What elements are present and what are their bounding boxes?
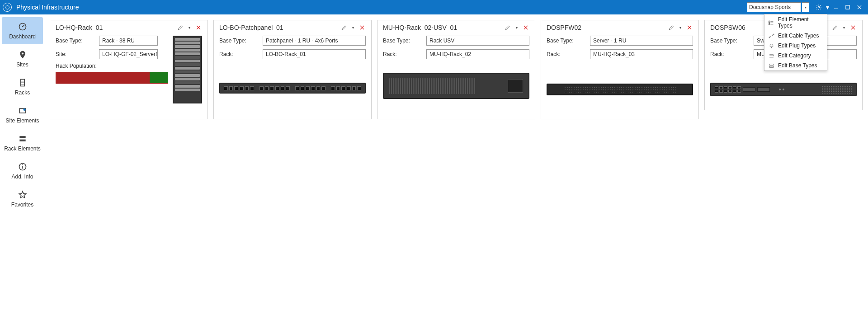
svg-point-25 — [22, 26, 23, 28]
settings-menu: Edit Element Types Edit Cable Types Edit… — [764, 14, 827, 71]
menu-edit-base-types[interactable]: Edit Base Types — [764, 61, 827, 70]
label-base-type: Base Type: — [710, 38, 751, 44]
nav-sites[interactable]: Sites — [2, 45, 43, 72]
value-site[interactable]: LO-HQ-GF-02_ServerRoom — [99, 49, 158, 59]
svg-rect-2 — [846, 5, 849, 9]
nav-label: Racks — [15, 89, 30, 96]
value-rack[interactable]: LO-BO-Rack_01 — [263, 49, 366, 59]
settings-caret-icon[interactable]: ▾ — [825, 1, 830, 13]
card-rack-lo-hq-rack-01: LO-HQ-Rack_01 ▾ Base Type: Rack - 38 RU … — [50, 20, 208, 119]
site-elements-icon — [18, 106, 28, 116]
label-rack: Rack: — [710, 51, 751, 57]
value-base-type[interactable]: Patchpanel - 1 RU - 4x6 Ports — [263, 36, 366, 46]
company-select-caret[interactable]: ▾ — [802, 2, 809, 12]
value-base-type[interactable]: Rack - 38 RU — [99, 36, 158, 46]
edit-caret-icon[interactable]: ▾ — [677, 24, 684, 31]
app-logo — [3, 3, 12, 12]
label-base-type: Base Type: — [219, 38, 260, 44]
card-patchpanel: LO-BO-Patchpanel_01 ▾ Base Type: Patchpa… — [213, 20, 372, 119]
svg-point-37 — [22, 164, 23, 165]
star-icon — [18, 190, 28, 200]
nav-racks[interactable]: Racks — [2, 73, 43, 100]
close-window-button[interactable] — [854, 1, 865, 13]
minimize-button[interactable] — [830, 1, 842, 13]
sidebar: Dashboard Sites Racks Site Elements Rack… — [0, 14, 45, 333]
delete-icon[interactable] — [359, 24, 366, 31]
menu-item-label: Edit Category — [778, 52, 811, 59]
server-thumbnail — [547, 84, 693, 95]
cable-icon — [768, 33, 774, 39]
menu-edit-plug-types[interactable]: Edit Plug Types — [764, 41, 827, 51]
edit-caret-icon[interactable]: ▾ — [840, 24, 848, 31]
svg-rect-33 — [19, 136, 25, 138]
settings-gear-icon[interactable] — [813, 1, 825, 13]
svg-rect-9 — [769, 23, 770, 24]
nav-label: Sites — [16, 61, 28, 68]
card-title: MU-HQ-Rack_02-USV_01 — [383, 24, 504, 31]
switch-thumbnail — [710, 83, 857, 96]
nav-label: Rack Elements — [4, 145, 41, 152]
delete-icon[interactable] — [195, 24, 202, 31]
edit-caret-icon[interactable]: ▾ — [186, 24, 193, 31]
label-rack: Rack: — [219, 51, 260, 57]
delete-icon[interactable] — [686, 24, 693, 31]
svg-rect-13 — [770, 45, 773, 47]
value-base-type[interactable]: Server - 1 RU — [590, 36, 693, 46]
card-title: DOSPFW02 — [547, 24, 668, 31]
nav-label: Favorites — [11, 202, 33, 208]
card-title: LO-BO-Patchpanel_01 — [219, 24, 340, 31]
menu-item-label: Edit Element Types — [778, 16, 823, 29]
app-title: Physical Infrastructure — [16, 4, 79, 11]
nav-site-elements[interactable]: Site Elements — [2, 101, 43, 128]
card-firewall: DOSPFW02 ▾ Base Type: Server - 1 RU Rack… — [541, 20, 699, 119]
svg-point-26 — [21, 52, 23, 54]
label-site: Site: — [56, 51, 96, 57]
patchpanel-thumbnail — [219, 83, 366, 94]
card-usv: MU-HQ-Rack_02-USV_01 ▾ Base Type: Rack U… — [377, 20, 535, 119]
label-rack: Rack: — [547, 51, 587, 57]
svg-point-0 — [818, 6, 820, 8]
delete-icon[interactable] — [849, 24, 857, 31]
menu-item-label: Edit Base Types — [778, 62, 817, 69]
nav-label: Site Elements — [5, 117, 39, 124]
menu-item-label: Edit Cable Types — [778, 33, 819, 39]
nav-label: Add. Info — [11, 174, 33, 180]
list-icon — [768, 19, 774, 26]
maximize-button[interactable] — [842, 1, 854, 13]
nav-favorites[interactable]: Favorites — [2, 185, 43, 212]
card-title: LO-HQ-Rack_01 — [56, 24, 177, 31]
svg-rect-34 — [19, 140, 25, 141]
company-select[interactable]: Docusnap Sports — [747, 2, 801, 12]
svg-point-32 — [23, 108, 25, 111]
edit-icon[interactable] — [504, 24, 511, 31]
edit-icon[interactable] — [340, 24, 348, 31]
menu-edit-category[interactable]: Edit Category — [764, 51, 827, 61]
nav-dashboard[interactable]: Dashboard — [2, 17, 43, 44]
value-rack[interactable]: MU-HQ-Rack_02 — [426, 49, 529, 59]
label-base-type: Base Type: — [547, 38, 587, 44]
label-base-type: Base Type: — [56, 38, 96, 44]
value-base-type[interactable]: Rack USV — [426, 36, 529, 46]
value-rack[interactable]: MU-HQ-Rack_03 — [590, 49, 693, 59]
menu-edit-element-types[interactable]: Edit Element Types — [764, 14, 827, 31]
menu-edit-cable-types[interactable]: Edit Cable Types — [764, 31, 827, 41]
pin-icon — [18, 50, 28, 60]
nav-add-info[interactable]: Add. Info — [2, 157, 43, 184]
edit-icon[interactable] — [177, 24, 184, 31]
edit-caret-icon[interactable]: ▾ — [513, 24, 520, 31]
nav-rack-elements[interactable]: Rack Elements — [2, 129, 43, 156]
plug-icon — [768, 42, 774, 49]
population-used — [56, 72, 150, 83]
edit-icon[interactable] — [668, 24, 675, 31]
delete-icon[interactable] — [522, 24, 529, 31]
card-grid: LO-HQ-Rack_01 ▾ Base Type: Rack - 38 RU … — [50, 20, 863, 119]
menu-item-label: Edit Plug Types — [778, 42, 816, 49]
edit-icon[interactable] — [831, 24, 839, 31]
nav-label: Dashboard — [9, 33, 36, 40]
main-content: LO-HQ-Rack_01 ▾ Base Type: Rack - 38 RU … — [45, 14, 868, 333]
svg-rect-5 — [769, 21, 770, 22]
label-rack: Rack: — [383, 51, 424, 57]
edit-caret-icon[interactable]: ▾ — [349, 24, 357, 31]
label-base-type: Base Type: — [383, 38, 424, 44]
gauge-icon — [18, 22, 28, 32]
